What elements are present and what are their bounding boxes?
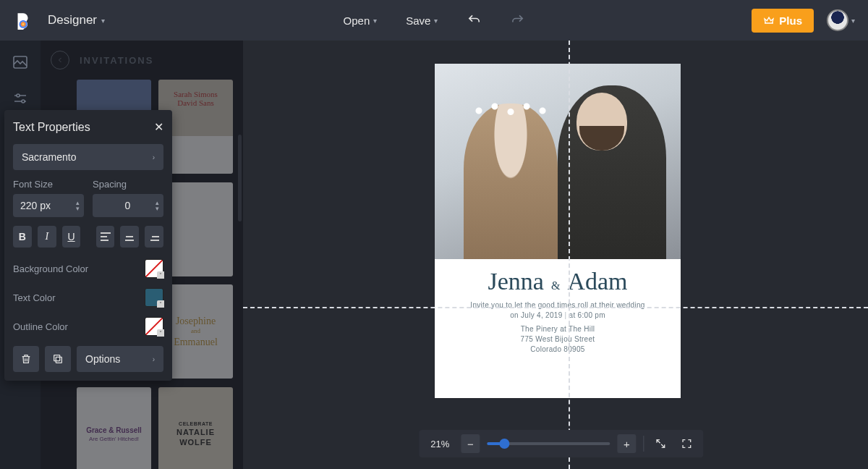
underline-button[interactable]: U bbox=[62, 226, 81, 248]
font-size-label: Font Size bbox=[13, 179, 84, 190]
designer-dropdown[interactable]: Designer ▾ bbox=[48, 13, 105, 28]
document-photo bbox=[435, 64, 681, 259]
svg-rect-6 bbox=[54, 355, 60, 361]
svg-point-3 bbox=[17, 94, 20, 97]
expand-icon bbox=[655, 438, 666, 449]
delete-button[interactable] bbox=[13, 346, 39, 372]
chevron-down-icon: ▾ bbox=[851, 17, 855, 25]
horizontal-guide bbox=[243, 307, 868, 308]
align-right-button[interactable] bbox=[145, 226, 163, 248]
templates-back-button[interactable] bbox=[51, 51, 69, 69]
font-size-value: 220 px bbox=[20, 200, 51, 211]
chevron-right-icon: › bbox=[153, 355, 155, 363]
bold-button[interactable]: B bbox=[13, 226, 32, 248]
header-right: Plus ▾ bbox=[752, 9, 855, 33]
document-page[interactable]: Jenna & Adam Invite you to let the good … bbox=[435, 64, 681, 398]
arrow-left-icon bbox=[56, 56, 64, 64]
stepper-arrows[interactable]: ▴▾ bbox=[76, 200, 80, 211]
options-label: Options bbox=[85, 353, 120, 365]
bg-color-swatch[interactable]: ˅ bbox=[145, 259, 163, 278]
zoom-value[interactable]: 21% bbox=[426, 439, 454, 449]
chevron-down-icon: ▾ bbox=[101, 17, 105, 25]
document-names[interactable]: Jenna & Adam bbox=[449, 269, 666, 294]
adjust-tool-icon[interactable] bbox=[12, 90, 29, 107]
templates-scrollbar[interactable] bbox=[238, 135, 242, 221]
text-color-label: Text Color bbox=[13, 292, 56, 303]
app-header: Designer ▾ Open ▾ Save ▾ Plus ▾ bbox=[0, 0, 868, 41]
trash-icon bbox=[20, 353, 32, 365]
zoom-in-button[interactable]: + bbox=[617, 434, 636, 453]
panel-title: Text Properties bbox=[13, 121, 90, 134]
text-properties-panel: Text Properties ✕ Sacramento › Font Size… bbox=[4, 110, 172, 381]
street-line: 775 West Bijou Street bbox=[449, 335, 666, 343]
bg-color-label: Background Color bbox=[13, 263, 88, 274]
template-text: CELEBRATE bbox=[179, 421, 213, 426]
city-line: Colorado 80905 bbox=[449, 345, 666, 353]
image-tool-icon[interactable] bbox=[12, 54, 29, 71]
font-name: Sacramento bbox=[22, 151, 76, 163]
app-logo[interactable] bbox=[13, 11, 32, 30]
options-button[interactable]: Options › bbox=[77, 346, 163, 372]
plus-label: Plus bbox=[779, 14, 802, 27]
fullscreen-button[interactable] bbox=[677, 434, 696, 453]
stepper-arrows[interactable]: ▴▾ bbox=[156, 200, 159, 211]
chevron-down-icon: ▾ bbox=[434, 17, 438, 25]
divider bbox=[643, 436, 644, 452]
chevron-right-icon: › bbox=[153, 153, 155, 161]
zoom-slider-thumb[interactable] bbox=[499, 439, 509, 449]
svg-point-1 bbox=[20, 20, 27, 28]
font-family-select[interactable]: Sacramento › bbox=[13, 144, 163, 170]
fullscreen-icon bbox=[681, 438, 692, 449]
ampersand: & bbox=[551, 280, 560, 292]
save-label: Save bbox=[406, 14, 430, 27]
template-text: Sarah Simons bbox=[174, 90, 218, 98]
align-left-button[interactable] bbox=[96, 226, 115, 248]
template-text: Are Gettin' Hitched! bbox=[89, 436, 139, 442]
template-card[interactable]: Grace & Russell Are Gettin' Hitched! bbox=[77, 387, 151, 470]
redo-button[interactable] bbox=[510, 13, 524, 28]
zoom-slider[interactable] bbox=[487, 442, 610, 445]
fit-screen-button[interactable] bbox=[651, 434, 670, 453]
outline-color-label: Outline Color bbox=[13, 321, 68, 332]
template-text: Emmanuel bbox=[174, 337, 218, 347]
spacing-stepper[interactable]: 0 ▴▾ bbox=[93, 194, 163, 217]
template-text: David Sans bbox=[174, 98, 218, 107]
copy-icon bbox=[52, 353, 64, 365]
save-menu[interactable]: Save ▾ bbox=[406, 14, 438, 27]
text-color-swatch[interactable]: ˅ bbox=[145, 288, 163, 307]
canvas[interactable]: Jenna & Adam Invite you to let the good … bbox=[243, 41, 868, 469]
account-menu[interactable]: ▾ bbox=[827, 9, 855, 31]
chevron-down-icon: ▾ bbox=[373, 17, 377, 25]
spacing-label: Spacing bbox=[93, 179, 163, 190]
template-text: Josephine bbox=[176, 316, 216, 326]
close-panel-button[interactable]: ✕ bbox=[154, 120, 163, 134]
header-center: Open ▾ Save ▾ bbox=[344, 13, 525, 28]
bride-name: Jenna bbox=[488, 269, 544, 294]
template-card[interactable]: CELEBRATE NATALIE WOLFE bbox=[158, 387, 233, 470]
open-label: Open bbox=[344, 14, 370, 27]
zoom-toolbar: 21% − + bbox=[419, 430, 703, 457]
template-text: WOLFE bbox=[179, 438, 212, 447]
templates-title: INVITATIONS bbox=[80, 55, 153, 66]
font-size-stepper[interactable]: 220 px ▴▾ bbox=[13, 194, 84, 217]
groom-name: Adam bbox=[567, 269, 627, 294]
svg-point-4 bbox=[22, 100, 25, 103]
vertical-guide bbox=[569, 41, 570, 469]
italic-button[interactable]: I bbox=[38, 226, 56, 248]
venue-line: The Pinery at The Hill bbox=[449, 325, 666, 333]
align-center-button[interactable] bbox=[120, 226, 139, 248]
avatar bbox=[827, 9, 848, 31]
template-text: NATALIE bbox=[176, 428, 215, 436]
zoom-out-button[interactable]: − bbox=[461, 434, 480, 453]
open-menu[interactable]: Open ▾ bbox=[344, 14, 378, 27]
date-time-line: on July 4, 2019at 6:00 pm bbox=[449, 311, 666, 319]
outline-color-swatch[interactable]: ˅ bbox=[145, 317, 163, 336]
upgrade-plus-button[interactable]: Plus bbox=[752, 9, 814, 33]
duplicate-button[interactable] bbox=[45, 346, 71, 372]
spacing-value: 0 bbox=[125, 200, 131, 211]
template-text: Grace & Russell bbox=[86, 426, 142, 434]
undo-button[interactable] bbox=[467, 13, 481, 28]
designer-label: Designer bbox=[48, 13, 97, 28]
crown-icon bbox=[763, 14, 775, 26]
svg-rect-5 bbox=[56, 357, 61, 363]
